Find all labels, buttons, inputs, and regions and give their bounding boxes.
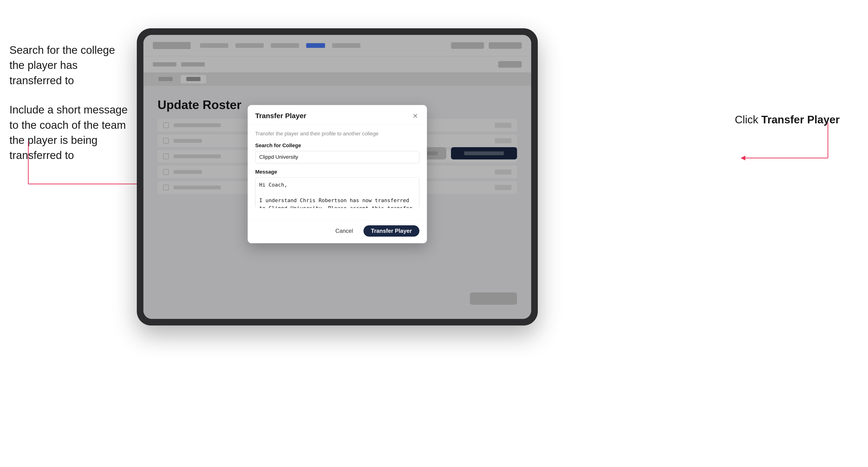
search-college-group: Search for College xyxy=(255,143,420,163)
modal-dialog: Transfer Player ✕ Transfer the player an… xyxy=(248,105,427,243)
modal-body: Transfer the player and their profile to… xyxy=(248,125,427,220)
left-arrow xyxy=(9,142,151,200)
cancel-button[interactable]: Cancel xyxy=(329,225,360,237)
search-college-label: Search for College xyxy=(255,143,420,149)
modal-subtitle: Transfer the player and their profile to… xyxy=(255,131,420,137)
svg-marker-5 xyxy=(741,156,745,160)
message-textarea[interactable]: Hi Coach, I understand Chris Robertson h… xyxy=(255,177,420,208)
right-arrow xyxy=(738,123,847,175)
modal-header: Transfer Player ✕ xyxy=(248,105,427,125)
transfer-player-button[interactable]: Transfer Player xyxy=(364,225,420,237)
message-group: Message Hi Coach, I understand Chris Rob… xyxy=(255,169,420,209)
annotation-text-search: Search for the college the player has tr… xyxy=(9,42,132,88)
ipad-screen: Update Roster xyxy=(144,35,531,319)
modal-footer: Cancel Transfer Player xyxy=(248,220,427,243)
modal-title: Transfer Player xyxy=(255,112,306,120)
modal-overlay: Transfer Player ✕ Transfer the player an… xyxy=(144,35,531,319)
message-label: Message xyxy=(255,169,420,175)
search-college-input[interactable] xyxy=(255,151,420,163)
modal-close-button[interactable]: ✕ xyxy=(411,112,420,120)
ipad-device: Update Roster xyxy=(137,28,538,325)
